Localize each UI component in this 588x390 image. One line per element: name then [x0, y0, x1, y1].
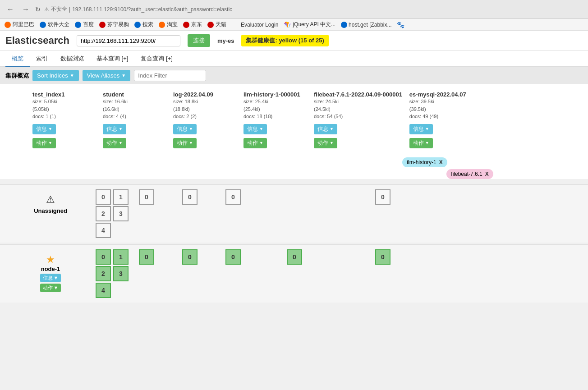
- baidu-icon: [75, 22, 81, 28]
- alias-filebeat-close[interactable]: X: [485, 171, 489, 177]
- action-btn-test-index1[interactable]: 动作 ▼: [32, 138, 56, 148]
- bookmark-software[interactable]: 软件大全: [40, 21, 69, 28]
- node-action-button[interactable]: 动作 ▼: [40, 284, 61, 292]
- shard-col-log-node1: 0: [182, 249, 218, 298]
- bookmark-label: 京东: [191, 21, 202, 28]
- toolbar-label: 集群概览: [5, 72, 29, 80]
- index-name-test-index1: test_index1: [32, 91, 96, 98]
- browser-chrome: ← → ↻ ⚠ 不安全 | 192.168.111.129:9100/?auth…: [0, 0, 588, 19]
- shard-col-student-unassigned: 0: [139, 189, 175, 238]
- bookmark-label: 天猫: [216, 21, 226, 28]
- jquery-link[interactable]: 🪁 jQuery API 中文...: [284, 21, 335, 28]
- action-btn-esmysql[interactable]: 动作 ▼: [409, 138, 433, 148]
- star-icon: ★: [46, 254, 55, 266]
- bookmark-jd[interactable]: 京东: [183, 21, 202, 28]
- software-icon: [40, 22, 46, 28]
- shard-green-1[interactable]: 1: [113, 249, 129, 265]
- view-aliases-button[interactable]: View Aliases ▼: [83, 70, 131, 81]
- shard-box-2[interactable]: 2: [96, 206, 111, 221]
- index-name-student: student: [103, 91, 166, 98]
- info-arrow-icon: ▼: [259, 127, 263, 131]
- forward-button[interactable]: →: [20, 5, 32, 14]
- shard-box-1[interactable]: 1: [113, 189, 129, 205]
- bookmark-tianmao[interactable]: 天猫: [207, 21, 226, 28]
- shard-box-i0[interactable]: 0: [225, 189, 241, 205]
- shard-col-test-unassigned: 0 1 2 3 4: [96, 189, 132, 238]
- shard-green-2[interactable]: 2: [96, 266, 111, 281]
- alias-ilm-label: ilm-history-1: [407, 159, 436, 165]
- node-info-arrow: ▼: [54, 275, 59, 280]
- tab-data-browse[interactable]: 数据浏览: [54, 51, 90, 67]
- tab-overview[interactable]: 概览: [5, 51, 30, 67]
- shard-green-3[interactable]: 3: [113, 266, 129, 281]
- action-btn-filebeat[interactable]: 动作 ▼: [314, 138, 337, 148]
- connect-url-input[interactable]: [77, 35, 180, 46]
- connect-button[interactable]: 连接: [188, 34, 210, 47]
- index-card-ilm: ilm-history-1-000001 size: 25.4ki (25.4k…: [243, 91, 307, 148]
- shard-green-f0[interactable]: 0: [287, 249, 302, 265]
- warning-icon: ⚠: [46, 194, 55, 206]
- cluster-sort-button[interactable]: Sort Indices ▼: [32, 70, 79, 81]
- shard-col-filebeat-node1: 0: [287, 249, 368, 298]
- shard-box-4[interactable]: 4: [96, 223, 111, 238]
- shard-green-e0[interactable]: 0: [375, 249, 390, 265]
- index-filter-input[interactable]: [134, 70, 206, 81]
- index-size-student: size: 16.6ki (16.6ki) docs: 4 (4): [103, 98, 166, 120]
- info-btn-esmysql[interactable]: 信息 ▼: [409, 124, 433, 134]
- evaluator-link[interactable]: Evaluator Login: [241, 22, 278, 28]
- reload-button[interactable]: ↻: [35, 6, 41, 13]
- action-btn-student[interactable]: 动作 ▼: [103, 138, 126, 148]
- shard-box-e0[interactable]: 0: [375, 189, 390, 205]
- search-icon: [134, 22, 141, 28]
- info-btn-filebeat[interactable]: 信息 ▼: [314, 124, 337, 134]
- bookmark-label: 百度: [83, 21, 94, 28]
- info-arrow-icon: ▼: [330, 127, 334, 131]
- paw-icon: 🐾: [397, 21, 404, 28]
- shard-col-ilm-node1: 0: [225, 249, 280, 298]
- info-btn-test-index1[interactable]: 信息 ▼: [32, 124, 56, 134]
- shard-green-0[interactable]: 0: [96, 249, 111, 265]
- view-aliases-label: View Aliases: [87, 72, 120, 79]
- shard-col-student-node1: 0: [139, 249, 175, 298]
- info-btn-ilm[interactable]: 信息 ▼: [243, 124, 267, 134]
- toolbar: 集群概览 Sort Indices ▼ View Aliases ▼: [0, 67, 588, 84]
- shard-box-3[interactable]: 3: [113, 206, 129, 221]
- shard-green-4[interactable]: 4: [96, 283, 111, 298]
- sort-arrow-icon: ▼: [70, 73, 74, 78]
- shard-col-filebeat-unassigned: [287, 189, 368, 238]
- shard-green-l0[interactable]: 0: [182, 249, 198, 265]
- bookmark-baidu[interactable]: 百度: [75, 21, 94, 28]
- index-name-esmysql: es-mysql-2022.04.07: [409, 91, 473, 98]
- info-btn-log[interactable]: 信息 ▼: [173, 124, 197, 134]
- tab-complex-query[interactable]: 复合查询 [+]: [134, 51, 179, 67]
- hostget-link[interactable]: host.get [Zabbix...: [341, 22, 391, 28]
- bookmark-alibaba[interactable]: 阿里巴巴: [5, 21, 34, 28]
- bookmark-taobao[interactable]: 淘宝: [159, 21, 178, 28]
- main-content: test_index1 size: 5.05ki (5.05ki) docs: …: [0, 84, 588, 179]
- jquery-label: jQuery API 中文...: [293, 21, 335, 28]
- shard-box-0[interactable]: 0: [96, 189, 111, 205]
- action-arrow-icon: ▼: [425, 141, 429, 145]
- back-button[interactable]: ←: [5, 5, 16, 14]
- tab-basic-query[interactable]: 基本查询 [+]: [90, 51, 134, 67]
- action-btn-log[interactable]: 动作 ▼: [173, 138, 197, 148]
- tab-index[interactable]: 索引: [30, 51, 54, 67]
- health-badge: 集群健康值: yellow (15 of 25): [241, 35, 328, 46]
- hostget-label: host.get [Zabbix...: [349, 22, 391, 28]
- shard-col-test-node1: 0 1 2 3 4: [96, 249, 132, 298]
- action-arrow-icon: ▼: [259, 141, 263, 145]
- shard-green-i0[interactable]: 0: [225, 249, 241, 265]
- action-btn-ilm[interactable]: 动作 ▼: [243, 138, 267, 148]
- shard-green-s0[interactable]: 0: [139, 249, 154, 265]
- node-info-button[interactable]: 信息 ▼: [40, 274, 61, 282]
- alias-badge-ilm: ilm-history-1 X: [402, 157, 447, 167]
- info-btn-student[interactable]: 信息 ▼: [103, 124, 126, 134]
- alias-ilm-close[interactable]: X: [439, 159, 443, 165]
- app-header: Elasticsearch 连接 my-es 集群健康值: yellow (15…: [0, 31, 588, 51]
- index-cards: test_index1 size: 5.05ki (5.05ki) docs: …: [5, 91, 583, 156]
- shard-box-l0[interactable]: 0: [182, 189, 198, 205]
- bookmark-search[interactable]: 搜索: [134, 21, 153, 28]
- url-display: 192.168.111.129:9100/?auth_user=elastic&…: [72, 6, 232, 13]
- bookmark-suning[interactable]: 苏宁易购: [99, 21, 129, 28]
- shard-box-s0[interactable]: 0: [139, 189, 154, 205]
